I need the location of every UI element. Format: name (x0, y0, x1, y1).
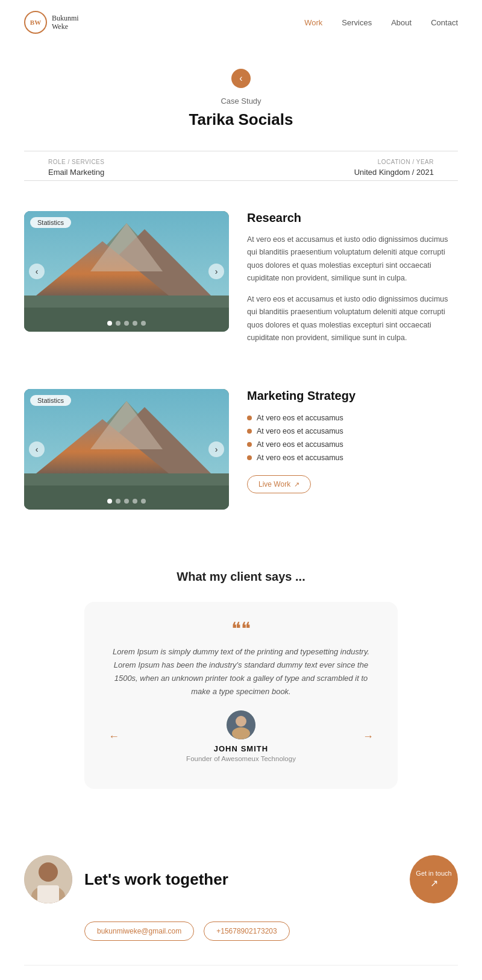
marketing-image-block: Statistics ‹ › (24, 389, 229, 510)
marketing-text-block: Marketing Strategy At vero eos et accusa… (247, 389, 458, 493)
svg-rect-20 (37, 885, 59, 903)
carousel-dots-2 (107, 499, 146, 504)
bullet-dot-1 (247, 416, 252, 420)
testimonial-section: What my client says ... ❝❝ Lorem Ipsum i… (0, 546, 482, 801)
research-img-label: Statistics (30, 217, 71, 228)
marketing-title: Marketing Strategy (247, 389, 458, 403)
dot-4 (133, 321, 137, 326)
live-work-button[interactable]: Live Work ↗ (247, 475, 311, 493)
carousel-next-1[interactable]: › (208, 264, 224, 279)
testimonial-nav: ← JOHN SMITH Founder of Awesomeux Techno… (108, 710, 374, 762)
dot-5 (141, 321, 146, 326)
marketing-image: Statistics ‹ › (24, 389, 229, 510)
nav-link-about[interactable]: About (391, 18, 412, 27)
carousel-dots-1 (107, 321, 146, 326)
research-para1: At vero eos et accusamus et iusto odio d… (247, 233, 458, 285)
marketing-img-label: Statistics (30, 395, 71, 406)
case-study-label: Case Study (24, 96, 458, 106)
carousel-next-2[interactable]: › (208, 441, 224, 457)
client-title: Founder of Awesomeux Technology (186, 755, 296, 762)
cta-top: Let's work together (24, 855, 228, 903)
dot-1 (107, 499, 112, 504)
marketing-section: Statistics ‹ › Marketing Strategy At ver… (0, 371, 482, 528)
location-value: United Kingdom / 2021 (354, 168, 434, 177)
carousel-prev-2[interactable]: ‹ (29, 441, 45, 457)
cta-avatar (24, 855, 72, 903)
research-image: Statistics ‹ › (24, 211, 229, 332)
testimonial-heading: What my client says ... (24, 570, 458, 584)
nav-link-contact[interactable]: Contact (431, 18, 458, 27)
back-button[interactable]: ‹ (231, 69, 251, 88)
bullet-dot-2 (247, 429, 252, 434)
bullet-4: At vero eos et accusamus (247, 451, 458, 464)
testimonial-next-button[interactable]: → (363, 730, 374, 743)
svg-point-18 (39, 862, 58, 882)
logo-circle: BW (24, 11, 47, 34)
avatar (227, 710, 255, 739)
testimonial-text: Lorem Ipsum is simply dummy text of the … (108, 645, 374, 698)
client-name: JOHN SMITH (186, 744, 296, 753)
location-label: LOCATION / YEAR (354, 159, 434, 165)
dot-2 (116, 499, 120, 504)
svg-point-16 (232, 727, 250, 739)
research-text-block: Research At vero eos et accusamus et ius… (247, 211, 458, 353)
dot-4 (133, 499, 137, 504)
dot-3 (124, 321, 129, 326)
contact-buttons: bukunmiweke@gmail.com +15678902173203 (84, 922, 290, 941)
svg-rect-13 (24, 485, 229, 510)
role-value: Email Marketing (48, 168, 104, 177)
testimonial-card: ❝❝ Lorem Ipsum is simply dummy text of t… (84, 602, 398, 789)
project-title: Tarika Socials (24, 110, 458, 129)
carousel-prev-1[interactable]: ‹ (29, 264, 45, 279)
email-button[interactable]: bukunmiweke@gmail.com (84, 922, 194, 941)
dot-1 (107, 321, 112, 326)
marketing-bullets: At vero eos et accusamus At vero eos et … (247, 411, 458, 464)
logo[interactable]: BW Bukunmi Weke (24, 11, 79, 34)
bullet-dot-3 (247, 442, 252, 447)
meta-row: ROLE / SERVICES Email Marketing LOCATION… (24, 151, 458, 181)
footer-divider (24, 965, 458, 966)
svg-rect-6 (24, 308, 229, 332)
role-label: ROLE / SERVICES (48, 159, 104, 165)
research-section: Statistics ‹ › Research At vero eos et a… (0, 193, 482, 371)
svg-point-15 (236, 716, 246, 727)
get-in-touch-button[interactable]: Get in touch ↗ (410, 855, 458, 903)
bullet-2: At vero eos et accusamus (247, 425, 458, 438)
navigation: BW Bukunmi Weke Work Services About Cont… (0, 0, 482, 45)
dot-3 (124, 499, 129, 504)
meta-location: LOCATION / YEAR United Kingdom / 2021 (354, 159, 434, 177)
bullet-dot-4 (247, 455, 252, 460)
meta-role: ROLE / SERVICES Email Marketing (48, 159, 104, 177)
research-para2: At vero eos et accusamus et iusto odio d… (247, 293, 458, 344)
phone-button[interactable]: +15678902173203 (204, 922, 289, 941)
nav-link-services[interactable]: Services (342, 18, 372, 27)
dot-2 (116, 321, 120, 326)
logo-text: Bukunmi Weke (52, 14, 79, 31)
dot-5 (141, 499, 146, 504)
bullet-1: At vero eos et accusamus (247, 411, 458, 425)
quote-icon: ❝❝ (108, 620, 374, 638)
cta-heading: Let's work together (84, 870, 228, 889)
nav-link-work[interactable]: Work (304, 18, 322, 27)
testimonial-avatar-block: JOHN SMITH Founder of Awesomeux Technolo… (186, 710, 296, 762)
nav-links: Work Services About Contact (304, 18, 458, 27)
bullet-3: At vero eos et accusamus (247, 438, 458, 451)
research-image-block: Statistics ‹ › (24, 211, 229, 332)
external-link-icon: ↗ (294, 481, 299, 488)
testimonial-prev-button[interactable]: ← (108, 730, 119, 743)
hero-section: ‹ Case Study Tarika Socials (0, 45, 482, 141)
cta-section: Let's work together bukunmiweke@gmail.co… (0, 825, 482, 953)
research-title: Research (247, 211, 458, 225)
